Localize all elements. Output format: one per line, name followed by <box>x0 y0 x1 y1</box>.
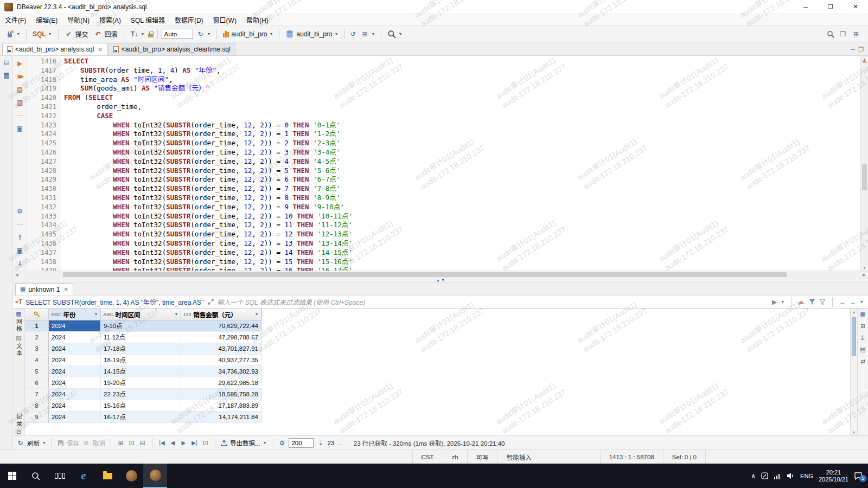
start-button[interactable] <box>0 464 24 488</box>
scroll-down-arrow[interactable]: ▼ <box>861 264 868 271</box>
record-mode-tab[interactable]: 记录 ⊟ <box>15 413 23 435</box>
tray-chevron-icon[interactable]: ∧ <box>751 472 756 480</box>
tray-volume-icon[interactable] <box>787 472 795 479</box>
menu-item[interactable]: 搜索(A) <box>94 14 126 25</box>
code-line[interactable]: WHEN toInt32(SUBSTR(order_time, 12, 2)) … <box>64 266 860 271</box>
code-line[interactable]: WHEN toInt32(SUBSTR(order_time, 12, 2)) … <box>64 157 860 166</box>
results-scroll-thumb[interactable] <box>852 317 856 356</box>
grid-cell[interactable]: 47,298,788.67 <box>181 332 261 343</box>
explain-plan-icon[interactable]: ▤ <box>15 85 25 94</box>
code-line[interactable]: CASE <box>64 112 860 121</box>
row-number[interactable]: 2 <box>25 332 49 343</box>
grid-column-header[interactable]: 123销售金额（元）▼ <box>181 309 261 320</box>
grid-cell[interactable]: 17-18点 <box>101 343 181 354</box>
taskbar-clock[interactable]: 20:21 2025/10/21 <box>819 469 848 483</box>
code-line[interactable]: WHEN toInt32(SUBSTR(order_time, 12, 2)) … <box>64 148 860 157</box>
code-line[interactable]: WHEN toInt32(SUBSTR(order_time, 12, 2)) … <box>64 248 860 258</box>
row-number[interactable]: 9 <box>25 412 49 422</box>
grid-cell[interactable]: 19-20点 <box>101 377 181 388</box>
row-number[interactable]: 4 <box>25 355 49 365</box>
connection-selector[interactable]: audit_bi_pro ▼ <box>221 29 275 39</box>
grid-row[interactable]: 2202411-12点47,298,788.67 <box>25 332 262 343</box>
scroll-left-arrow[interactable]: ◀ <box>13 271 21 278</box>
grid-cell[interactable]: 43,701,827.91 <box>181 343 261 354</box>
close-tab-icon[interactable]: ✕ <box>63 286 68 292</box>
grid-row[interactable]: 7202422-23点18,595,758.28 <box>25 389 262 400</box>
editor-vertical-scrollbar[interactable]: ▲ ▼ <box>860 56 868 271</box>
row-number[interactable]: 5 <box>25 366 49 377</box>
menu-item[interactable]: 导航(N) <box>62 14 94 25</box>
copy-source-icon[interactable]: ▣ <box>15 246 25 255</box>
lock-icon[interactable] <box>148 31 154 37</box>
menu-item[interactable]: 帮助(H) <box>241 14 273 25</box>
grid-cell[interactable]: 11-12点 <box>101 332 181 343</box>
code-line[interactable]: WHEN toInt32(SUBSTR(order_time, 12, 2)) … <box>64 212 860 221</box>
column-filter-icon[interactable]: ▼ <box>94 312 98 317</box>
code-line[interactable]: WHEN toInt32(SUBSTR(order_time, 12, 2)) … <box>64 139 860 148</box>
code-lines[interactable]: SELECT SUBSTR(order_time, 1, 4) AS "年份",… <box>61 56 860 271</box>
row-number[interactable]: 7 <box>25 389 49 400</box>
grid-cell[interactable]: 2024 <box>49 343 101 354</box>
code-line[interactable]: WHEN toInt32(SUBSTR(order_time, 12, 2)) … <box>64 175 860 184</box>
menu-item[interactable]: 窗口(W) <box>208 14 241 25</box>
grid-row[interactable]: 9202416-17点14,174,211.84 <box>25 412 262 423</box>
explorer-taskbar-button[interactable] <box>95 464 119 488</box>
execute-statement-icon[interactable]: ▶ <box>15 59 25 68</box>
maximize-button[interactable]: ❐ <box>818 0 843 14</box>
focus-cell-icon[interactable]: ⊡ <box>201 439 209 447</box>
expand-filter-icon[interactable] <box>208 299 214 305</box>
panel-references-icon[interactable]: ⇄ <box>860 358 865 365</box>
menu-item[interactable]: 数据库(D) <box>170 14 208 25</box>
grid-cell[interactable]: 14-15点 <box>101 366 181 377</box>
dbeaver-taskbar-button[interactable] <box>143 464 167 488</box>
code-line[interactable]: WHEN toInt32(SUBSTR(order_time, 12, 2)) … <box>64 166 860 176</box>
grid-cell[interactable]: 16-17点 <box>101 412 181 422</box>
code-line[interactable]: order_time, <box>64 102 860 112</box>
grid-corner-cell[interactable] <box>25 309 49 320</box>
add-row-icon[interactable]: ⊞ <box>117 439 125 447</box>
tab-analysis-sql[interactable]: <audit_bi_pro> analysis.sql ✕ <box>2 43 107 55</box>
next-row-icon[interactable]: ▶ <box>180 439 188 447</box>
filter-save-icon[interactable] <box>819 299 826 305</box>
panel-value-viewer-icon[interactable]: ▦ <box>860 311 865 318</box>
minimize-button[interactable]: ─ <box>793 0 818 14</box>
result-grid[interactable]: ABC年份▼ABC时间区间▼123销售金额（元）▼ 120249-10点70,6… <box>25 309 850 435</box>
transaction-log-button[interactable]: T↓ ▼ <box>128 29 147 40</box>
quick-search-icon[interactable] <box>827 30 834 38</box>
code-line[interactable]: WHEN toInt32(SUBSTR(order_time, 12, 2)) … <box>64 194 860 203</box>
grid-cell[interactable]: 15-16点 <box>101 400 181 411</box>
new-connection-button[interactable]: ▼ <box>3 29 22 40</box>
tray-pen-icon[interactable] <box>761 472 768 479</box>
grid-column-header[interactable]: ABC年份▼ <box>49 309 101 320</box>
editor-horizontal-scrollbar[interactable]: ◀ ▶ <box>13 271 868 278</box>
column-filter-icon[interactable]: ▼ <box>254 312 259 317</box>
code-line[interactable]: SELECT <box>64 57 860 66</box>
dictionary-icon[interactable]: ▥ <box>15 98 25 107</box>
rollback-button[interactable]: ↶ 回滚 <box>92 28 120 40</box>
restore-panel-icon[interactable]: ⊟ <box>2 58 11 68</box>
commit-button[interactable]: ✔ 提交 <box>62 28 91 40</box>
editor-results-splitter[interactable]: ▲ ▼ <box>13 278 868 282</box>
grid-row[interactable]: 4202418-19点40,937,277.35 <box>25 355 262 366</box>
delete-row-icon[interactable]: ⊟ <box>138 439 146 447</box>
grid-cell[interactable]: 40,937,277.35 <box>181 355 261 365</box>
grid-cell[interactable]: 29,622,985.18 <box>181 377 261 388</box>
row-number[interactable]: 8 <box>25 400 49 411</box>
scroll-up-arrow[interactable]: ▲ <box>851 309 857 315</box>
more-actions-icon[interactable]: ⋯ <box>15 111 25 120</box>
panel-calc-icon[interactable]: Σ <box>861 335 865 341</box>
code-line[interactable]: WHEN toInt32(SUBSTR(order_time, 12, 2)) … <box>64 230 860 239</box>
sync-connection-icon[interactable]: ↺ <box>348 30 357 38</box>
menu-item[interactable]: SQL 编辑器 <box>126 14 170 25</box>
history-back-icon[interactable]: ← <box>839 298 846 306</box>
grid-cell[interactable]: 2024 <box>49 355 101 365</box>
code-line[interactable]: SUBSTR(order_time, 1, 4) AS "年份", <box>64 66 860 75</box>
grid-row[interactable]: 5202414-15点34,736,302.93 <box>25 366 262 377</box>
horizontal-scroll-thumb[interactable] <box>63 272 787 277</box>
code-line[interactable]: SUM(goods_amt) AS "销售金额（元）" <box>64 84 860 93</box>
editor-scroll-thumb[interactable] <box>862 164 867 190</box>
collapse-up-icon[interactable]: ▲ <box>436 278 440 282</box>
minimize-editor-icon[interactable]: ─ <box>851 46 855 53</box>
open-perspective-icon[interactable]: ❒ <box>839 30 847 38</box>
grid-cell[interactable]: 2024 <box>49 389 101 400</box>
